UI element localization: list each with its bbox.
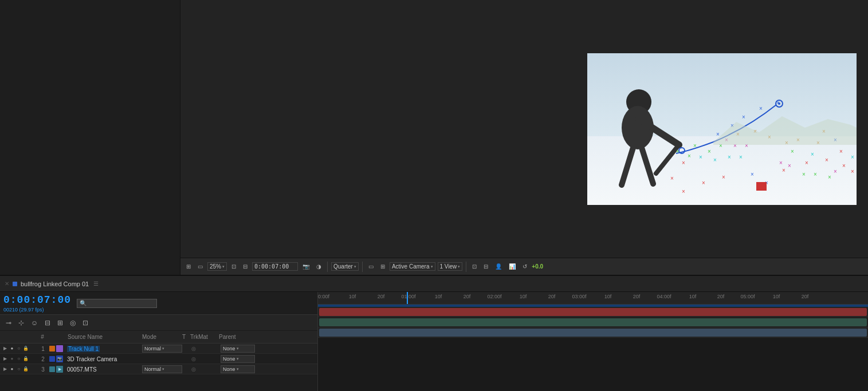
cube-icon: ⊡: [472, 263, 477, 270]
track-dot: ×: [779, 160, 783, 166]
chart-icon-btn[interactable]: 📊: [506, 262, 518, 271]
view-select[interactable]: 1 View ▾: [438, 262, 463, 271]
color-manage-btn[interactable]: ◑: [314, 262, 324, 271]
track-dot: ×: [670, 175, 674, 181]
solo-btn[interactable]: ⊟: [42, 318, 53, 328]
timeline-timecode[interactable]: 0:00:07:00: [3, 294, 71, 306]
layer-1-icon: [56, 345, 63, 352]
grid-icon: ⊞: [186, 263, 191, 270]
zoom-select[interactable]: 25% ▾: [207, 262, 227, 271]
layer-1-lock[interactable]: 🔒: [23, 346, 29, 351]
view-chevron: ▾: [458, 264, 460, 269]
quality-select[interactable]: Quarter ▾: [331, 262, 359, 271]
refresh-btn[interactable]: ↺: [520, 262, 529, 271]
layer-1-name-text: Track Null 1: [67, 346, 100, 352]
region-btn[interactable]: ⊟: [241, 262, 250, 271]
layer-1-mode-dropdown[interactable]: Normal ▾: [142, 345, 182, 353]
svg-line-5: [642, 148, 653, 184]
track-dot: ×: [828, 174, 831, 180]
layer-1-trkmat: ◎: [191, 346, 220, 351]
layer-search-input[interactable]: [77, 299, 157, 308]
layer-2-expand[interactable]: ▶: [2, 356, 8, 362]
layer-3-lock[interactable]: 🔒: [23, 366, 29, 372]
layer-3-parent[interactable]: None ▾: [221, 365, 255, 373]
track-dot: ×: [688, 153, 691, 159]
layer-1-eye[interactable]: ●: [9, 346, 15, 351]
ruler-label-1m: 01:00f: [401, 294, 415, 299]
comp-menu-icon[interactable]: ☰: [93, 281, 99, 287]
solo-icon: ⊟: [45, 319, 50, 327]
svg-line-4: [622, 148, 633, 185]
mountain-bg: [713, 116, 857, 145]
layer-3-parent-text: None: [223, 366, 235, 372]
tracking-overlay: × × × × × × × × × × × × × ×: [587, 53, 857, 205]
layer-2-eye[interactable]: ●: [9, 356, 15, 362]
grid-overlay-btn[interactable]: ⊟: [481, 262, 490, 271]
layer-1-solo[interactable]: ○: [16, 346, 22, 351]
track-dot: ×: [814, 171, 817, 177]
fit-btn[interactable]: ⊡: [229, 262, 238, 271]
header-source-name: Source Name: [65, 334, 140, 340]
ruler-label-2m20f: 20f: [548, 294, 556, 299]
track-dot: ×: [791, 148, 794, 155]
viewer-rect-btn[interactable]: ▭: [366, 262, 376, 271]
snapshot-btn[interactable]: 📷: [300, 262, 312, 271]
layer-2-name-text: 3D Tracker Camera: [67, 356, 117, 362]
layer-3-name-text: 00057.MTS: [67, 366, 97, 373]
layer-3-type: ▶: [49, 366, 66, 373]
zoom-value: 25%: [210, 263, 221, 270]
track-dot: ×: [782, 167, 785, 173]
bone-btn[interactable]: ⊹: [16, 318, 26, 328]
person-icon-btn[interactable]: 👤: [493, 262, 504, 271]
close-comp-icon[interactable]: ✕: [5, 281, 9, 287]
bottom-section: ✕ bullfrog Linked Comp 01 ☰ 0:00:07:00 0…: [0, 275, 868, 391]
camera-select[interactable]: Active Camera ▾: [390, 262, 435, 271]
viewer-expand-btn[interactable]: ⊞: [378, 262, 387, 271]
layer-3-parent-dropdown[interactable]: None ▾: [221, 365, 255, 373]
video-preview: × × × × × × × × × × × × × ×: [587, 53, 857, 205]
viewer-monitor-btn[interactable]: ▭: [195, 262, 205, 271]
comp-btn[interactable]: ⊞: [55, 318, 65, 328]
layer-3-mode-dropdown[interactable]: Normal ▾: [142, 365, 182, 373]
track-dot: ×: [716, 131, 720, 137]
camera-icon: 📷: [303, 263, 309, 270]
character-btn[interactable]: ☺: [29, 318, 40, 328]
layer-3-icon: ▶: [56, 366, 63, 373]
layer-1-parent-dropdown[interactable]: None ▾: [221, 345, 255, 353]
parent-link-btn[interactable]: ⊸: [3, 318, 14, 328]
track-dot: ×: [802, 171, 806, 177]
track-dot: ×: [742, 114, 745, 120]
layer-2-solo[interactable]: ○: [16, 356, 22, 362]
timecode-display[interactable]: 0:00:07:00: [252, 262, 298, 271]
viewer-grid-btn[interactable]: ⊞: [184, 262, 193, 271]
track-dot: ×: [739, 154, 743, 160]
timeline-area: 0:00:07:00 00210 (29.97 fps) ⊸ ⊹: [0, 292, 868, 391]
parent-link-icon: ⊸: [6, 319, 11, 327]
layer-1-parent[interactable]: None ▾: [221, 345, 255, 353]
layer-3-eye[interactable]: ●: [9, 366, 15, 372]
3d-view-btn[interactable]: ⊡: [470, 262, 479, 271]
layer-headers: # Source Name Mode T TrkMat: [0, 331, 317, 343]
motion-icon: ⊡: [83, 319, 88, 327]
layer-3-trkmat: ◎: [191, 366, 220, 372]
track-dot: ×: [708, 148, 711, 155]
character-icon: ☺: [31, 319, 38, 327]
track-dot: ×: [693, 143, 697, 149]
layer-2-switches: ▶ ● ○ 🔒: [2, 356, 37, 362]
viewer-area: × × × × × × × × × × × × × ×: [180, 0, 868, 275]
layer-3-mode[interactable]: Normal ▾: [142, 365, 182, 373]
layer-1-mode[interactable]: Normal ▾: [142, 345, 182, 353]
camera-chevron: ▾: [431, 264, 433, 269]
layer-2-parent-dropdown[interactable]: None ▾: [221, 355, 255, 363]
layer-1-expand[interactable]: ▶: [2, 346, 8, 351]
track-dot: ×: [702, 180, 705, 186]
trkmat-label: TrkMat: [190, 334, 208, 340]
layer-2-parent[interactable]: None ▾: [221, 355, 255, 363]
layer-3-name: 00057.MTS: [67, 366, 142, 373]
layer-2-lock[interactable]: 🔒: [23, 356, 29, 362]
adjustments-btn[interactable]: ◎: [68, 318, 78, 328]
motion-btn[interactable]: ⊡: [80, 318, 91, 328]
quality-chevron: ▾: [354, 264, 356, 269]
layer-3-solo[interactable]: ○: [16, 366, 22, 372]
layer-3-expand[interactable]: ▶: [2, 366, 8, 372]
